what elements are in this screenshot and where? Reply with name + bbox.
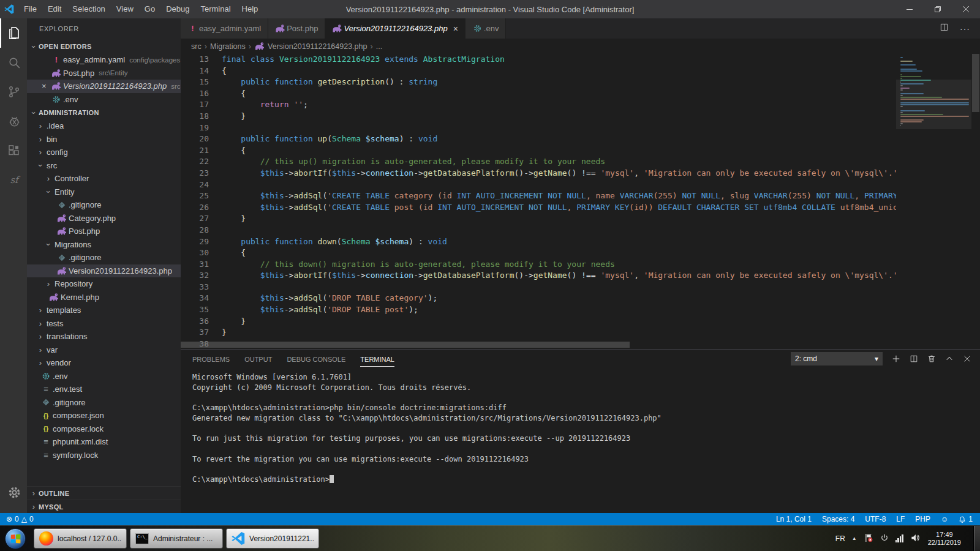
activity-search[interactable] (0, 48, 27, 77)
breadcrumb-item[interactable]: Version20191122164923.php (254, 42, 367, 51)
indentation-setting[interactable]: Spaces: 4 (822, 515, 854, 523)
code-line[interactable]: 33 (181, 282, 980, 293)
code-line[interactable]: 30 { (181, 247, 980, 259)
tree-file-phpunit.xml.dist[interactable]: ≡phpunit.xml.dist (27, 435, 181, 449)
terminal-output[interactable]: Microsoft Windows [version 6.1.7601]Copy… (181, 368, 980, 513)
more-actions-button[interactable]: ··· (960, 24, 970, 34)
tree-folder-bin[interactable]: ›bin (27, 133, 181, 146)
open-editors-header[interactable]: › OPEN EDITORS (27, 40, 181, 53)
taskbar-button-cmd[interactable]: C:\_Administrateur : ... (130, 528, 223, 549)
activity-extensions[interactable] (0, 136, 27, 165)
code-line[interactable]: 28 (181, 225, 980, 236)
minimize-button[interactable] (895, 0, 924, 18)
activity-debug[interactable] (0, 107, 27, 136)
tree-folder-Controller[interactable]: ›Controller (27, 172, 181, 186)
tree-file-Post.php[interactable]: Post.php (27, 225, 181, 238)
tab-.env[interactable]: .env (466, 18, 507, 39)
menu-edit[interactable]: Edit (42, 0, 67, 18)
errors-indicator[interactable]: ⊗0 (6, 515, 19, 523)
volume-icon[interactable] (910, 533, 920, 544)
code-line[interactable]: 13final class Version20191122164923 exte… (181, 54, 980, 66)
tree-folder-var[interactable]: ›var (27, 343, 181, 357)
new-terminal-button[interactable] (892, 354, 900, 363)
encoding-setting[interactable]: UTF-8 (865, 515, 886, 523)
show-hidden-icons-button[interactable]: ▲ (852, 536, 857, 541)
open-editor-item[interactable]: .env (27, 93, 181, 107)
feedback-smiley-icon[interactable]: ☺ (941, 515, 948, 523)
open-editor-item[interactable]: ×Version20191122164923.phpsrc... (27, 80, 181, 93)
code-line[interactable]: 19 (181, 122, 980, 134)
tree-folder-src[interactable]: ›src (27, 159, 181, 173)
section-outline[interactable]: ›OUTLINE (27, 486, 181, 500)
cursor-position[interactable]: Ln 1, Col 1 (776, 515, 812, 523)
activity-symfony[interactable]: sf (0, 165, 27, 195)
tree-folder-Entity[interactable]: ›Entity (27, 186, 181, 199)
show-desktop-button[interactable] (973, 526, 980, 551)
tree-folder-.idea[interactable]: ›.idea (27, 119, 181, 133)
tree-file-Kernel.php[interactable]: Kernel.php (27, 291, 181, 304)
open-editor-item[interactable]: Post.phpsrc\Entity (27, 67, 181, 80)
code-line[interactable]: 14{ (181, 66, 980, 77)
code-line[interactable]: 29 public function down(Schema $schema) … (181, 236, 980, 248)
tree-folder-Repository[interactable]: ›Repository (27, 277, 181, 291)
code-line[interactable]: 36 } (181, 316, 980, 328)
code-line[interactable]: 23 $this->abortIf($this->connection->get… (181, 168, 980, 179)
code-line[interactable]: 34 $this->addSql('DROP TABLE category'); (181, 293, 980, 304)
breadcrumb-item[interactable]: ... (376, 42, 382, 51)
split-terminal-button[interactable] (910, 354, 918, 363)
tab-easy_admin.yaml[interactable]: !easy_admin.yaml (181, 18, 268, 39)
code-line[interactable]: 22 // this up() migration is auto-genera… (181, 156, 980, 168)
code-line[interactable]: 18 } (181, 111, 980, 122)
section-mysql[interactable]: ›MYSQL (27, 500, 181, 513)
tree-file-.gitignore[interactable]: .gitignore (27, 251, 181, 264)
minimap[interactable] (896, 54, 971, 349)
terminal-selector-dropdown[interactable]: 2: cmd▾ (791, 352, 883, 365)
power-plug-icon[interactable] (880, 533, 889, 544)
code-line[interactable]: 37} (181, 327, 980, 339)
tab-Post.php[interactable]: Post.php (268, 18, 325, 39)
code-line[interactable]: 35 $this->addSql('DROP TABLE post'); (181, 304, 980, 316)
activity-source-control[interactable] (0, 77, 27, 107)
tree-file-composer.json[interactable]: {}composer.json (27, 409, 181, 422)
code-line[interactable]: 17 return ''; (181, 99, 980, 111)
menu-debug[interactable]: Debug (160, 0, 195, 18)
panel-tab-terminal[interactable]: TERMINAL (360, 351, 394, 367)
panel-tab-problems[interactable]: PROBLEMS (192, 351, 230, 367)
tree-file-symfony.lock[interactable]: ≡symfony.lock (27, 449, 181, 462)
taskbar-button-firefox[interactable]: localhost / 127.0.0... (34, 528, 127, 549)
tree-file-.gitignore[interactable]: .gitignore (27, 198, 181, 212)
code-line[interactable]: 16 { (181, 88, 980, 100)
tree-file-Version20191122164923.php[interactable]: Version20191122164923.php (27, 264, 181, 278)
code-line[interactable]: 32 $this->abortIf($this->connection->get… (181, 270, 980, 282)
panel-tab-debug-console[interactable]: DEBUG CONSOLE (287, 351, 345, 367)
breadcrumb-item[interactable]: src (191, 42, 202, 51)
settings-gear-button[interactable] (0, 478, 27, 507)
language-mode[interactable]: PHP (915, 515, 930, 523)
tree-folder-Migrations[interactable]: ›Migrations (27, 238, 181, 252)
tree-file-.env[interactable]: .env (27, 370, 181, 383)
code-line[interactable]: 24 (181, 179, 980, 191)
action-center-flag-icon[interactable] (864, 533, 873, 544)
tree-file-Category.php[interactable]: Category.php (27, 212, 181, 225)
taskbar-button-vscode[interactable]: Version201911221... (226, 528, 319, 549)
taskbar-clock[interactable]: 17:49 22/11/2019 (928, 531, 961, 547)
notifications-bell[interactable]: 1 (959, 515, 973, 523)
network-signal-icon[interactable] (895, 534, 903, 542)
warnings-indicator[interactable]: △0 (21, 515, 34, 523)
code-line[interactable]: 21 { (181, 145, 980, 157)
horizontal-scrollbar[interactable] (181, 342, 630, 348)
panel-tab-output[interactable]: OUTPUT (244, 351, 272, 367)
menu-selection[interactable]: Selection (67, 0, 110, 18)
kill-terminal-button[interactable] (927, 354, 936, 363)
menu-terminal[interactable]: Terminal (195, 0, 236, 18)
menu-file[interactable]: File (18, 0, 42, 18)
breadcrumb-item[interactable]: Migrations (210, 42, 246, 51)
project-header[interactable]: › ADMINISTRATION (27, 106, 181, 119)
code-editor[interactable]: 13final class Version20191122164923 exte… (181, 54, 980, 349)
code-line[interactable]: 25 $this->addSql('CREATE TABLE category … (181, 190, 980, 202)
close-window-button[interactable] (952, 0, 980, 18)
maximize-panel-button[interactable] (945, 354, 954, 363)
open-editor-item[interactable]: !easy_admin.yamlconfig\packages (27, 53, 181, 67)
code-line[interactable]: 15 public function getDescription() : st… (181, 77, 980, 88)
close-icon[interactable]: × (42, 81, 51, 91)
